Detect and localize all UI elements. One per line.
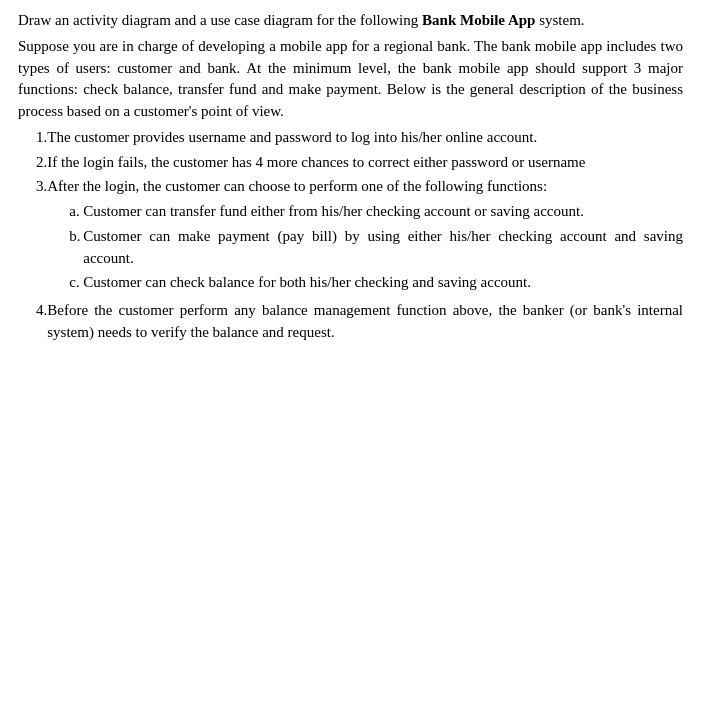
heading-suffix: system. <box>535 12 584 28</box>
sub-num-b: b. <box>47 226 83 248</box>
heading-bold: Bank Mobile App <box>422 12 535 28</box>
sub-content-c: Customer can check balance for both his/… <box>83 272 683 294</box>
list-num-3: 3. <box>18 176 47 198</box>
main-list: 1. The customer provides username and pa… <box>18 127 683 344</box>
list-num-2: 2. <box>18 152 47 174</box>
sub-content-a: Customer can transfer fund either from h… <box>83 201 683 223</box>
sub-num-c: c. <box>47 272 83 294</box>
list-item-4: 4. Before the customer perform any balan… <box>18 300 683 344</box>
heading-prefix: Draw an activity diagram and a use case … <box>18 12 422 28</box>
sub-list-item-b: b. Customer can make payment (pay bill) … <box>47 226 683 270</box>
list-content-4: Before the customer perform any balance … <box>47 300 683 344</box>
list-item-3: 3. After the login, the customer can cho… <box>18 176 683 297</box>
sub-content-b: Customer can make payment (pay bill) by … <box>83 226 683 270</box>
list-num-1: 1. <box>18 127 47 149</box>
list-item-2: 2. If the login fails, the customer has … <box>18 152 683 174</box>
sub-num-a: a. <box>47 201 83 223</box>
intro-paragraph: Suppose you are in charge of developing … <box>18 36 683 123</box>
list-content-3-text: After the login, the customer can choose… <box>47 178 547 194</box>
list-content-3: After the login, the customer can choose… <box>47 176 683 297</box>
list-item-1: 1. The customer provides username and pa… <box>18 127 683 149</box>
main-content: Draw an activity diagram and a use case … <box>18 10 683 344</box>
list-content-2: If the login fails, the customer has 4 m… <box>47 152 683 174</box>
sub-list-item-c: c. Customer can check balance for both h… <box>47 272 683 294</box>
heading-paragraph: Draw an activity diagram and a use case … <box>18 10 683 32</box>
sub-list-item-a: a. Customer can transfer fund either fro… <box>47 201 683 223</box>
list-num-4: 4. <box>18 300 47 322</box>
sub-list: a. Customer can transfer fund either fro… <box>47 201 683 294</box>
list-content-1: The customer provides username and passw… <box>47 127 683 149</box>
